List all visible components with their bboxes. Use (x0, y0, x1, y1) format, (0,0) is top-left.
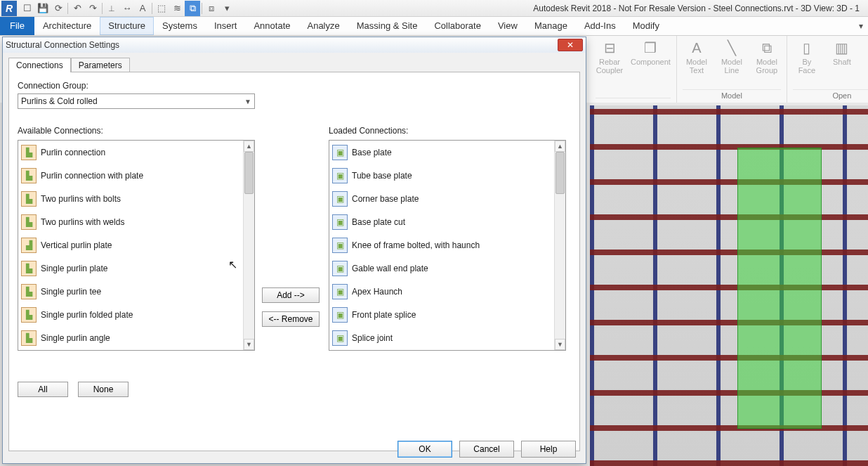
list-item[interactable]: ▙Single purlin tee (18, 280, 243, 303)
menu-insert[interactable]: Insert (206, 17, 246, 35)
connection-group-combo[interactable]: Purlins & Cold rolled ▼ (18, 93, 255, 109)
cancel-button[interactable]: Cancel (459, 441, 514, 458)
app-logo[interactable]: R (1, 1, 17, 16)
ribbon-model-line[interactable]: ╲ Model Line (718, 39, 746, 75)
rebar-coupler-icon: ⊟ (600, 39, 619, 57)
select-buttons: All None (18, 382, 129, 397)
list-item[interactable]: ▣Splice joint (329, 326, 554, 349)
list-item[interactable]: ▣Corner base plate (329, 187, 554, 210)
redo-icon[interactable]: ↷ (85, 1, 100, 16)
ribbon-by-face[interactable]: ▯ By Face (793, 39, 821, 75)
dialog-buttons: OK Cancel Help (397, 441, 576, 458)
menu-collaborate[interactable]: Collaborate (426, 17, 489, 35)
menu-structure[interactable]: Structure (100, 17, 154, 35)
shaft-icon: ▥ (833, 39, 851, 57)
connection-icon: ▙ (21, 145, 37, 160)
chevron-down-icon: ▼ (244, 98, 251, 105)
text-icon[interactable]: A (135, 1, 150, 16)
undo-icon[interactable]: ↶ (70, 1, 85, 16)
connection-icon: ▣ (332, 261, 348, 276)
main-menu: File Architecture Structure Systems Inse… (0, 17, 868, 36)
list-item[interactable]: ▙Purlin connection with plate (18, 164, 243, 187)
ribbon-panel-model: A Model Text ╲ Model Line ⧉ Model Group … (677, 36, 787, 103)
measure-icon[interactable]: ⟂ (104, 1, 119, 16)
model-line-icon: ╲ (723, 39, 741, 57)
3d-view[interactable] (590, 105, 868, 466)
list-item[interactable]: ▣Base plate cut (329, 210, 554, 233)
thin-lines-icon[interactable]: ≋ (169, 1, 185, 16)
ok-button[interactable]: OK (397, 441, 452, 458)
list-item[interactable]: ▣Apex Haunch (329, 280, 554, 303)
dimension-icon[interactable]: ↔ (119, 1, 135, 16)
dialog-titlebar[interactable]: Structural Connection Settings ✕ (3, 37, 586, 53)
scrollbar[interactable]: ▲ ▼ (554, 141, 565, 350)
loaded-connections-list[interactable]: ▣Base plate ▣Tube base plate ▣Corner bas… (329, 140, 566, 351)
available-connections-list[interactable]: ▙Purlin connection ▙Purlin connection wi… (18, 140, 255, 351)
none-button[interactable]: None (78, 382, 129, 397)
ribbon-rebar-coupler[interactable]: ⊟ Rebar Coupler (596, 39, 624, 75)
section-icon[interactable]: ⬚ (154, 1, 169, 16)
scrollbar[interactable]: ▲ ▼ (243, 141, 254, 350)
switch-windows-icon[interactable]: ⧈ (204, 1, 219, 16)
scroll-up-icon[interactable]: ▲ (555, 141, 565, 152)
dialog-tabs: Connections Parameters (3, 53, 586, 72)
list-item[interactable]: ▙Single purlin plate (18, 257, 243, 280)
all-button[interactable]: All (18, 382, 68, 397)
list-item[interactable]: ▙Single purlin angle (18, 326, 243, 349)
ribbon-wall[interactable]: ▤ Wall (863, 39, 868, 75)
connection-icon: ▙ (21, 191, 37, 207)
transfer-buttons: Add --> <-- Remove (262, 287, 320, 327)
list-item[interactable]: ▣Knee of frame bolted, with haunch (329, 233, 554, 257)
menu-modify[interactable]: Modify (624, 17, 668, 35)
connection-icon: ▣ (332, 145, 348, 160)
list-item[interactable]: ▙Purlin connection (18, 141, 243, 164)
add-button[interactable]: Add --> (262, 287, 320, 303)
menu-analyze[interactable]: Analyze (298, 17, 348, 35)
sync-icon[interactable]: ⟳ (51, 1, 66, 16)
close-hidden-icon[interactable]: ⧉ (185, 1, 200, 16)
menu-massing-site[interactable]: Massing & Site (348, 17, 426, 35)
file-menu[interactable]: File (0, 17, 34, 35)
model-group-icon: ⧉ (758, 39, 776, 57)
connection-icon: ▣ (332, 214, 348, 230)
list-item[interactable]: ▣Tube base plate (329, 164, 554, 187)
ribbon-panel-component: ⊟ Rebar Coupler ❒ Component (590, 36, 677, 103)
list-item[interactable]: ▙Two purlins with welds (18, 210, 243, 233)
scroll-thumb[interactable] (555, 152, 565, 194)
scroll-thumb[interactable] (244, 152, 254, 194)
connection-group-value: Purlins & Cold rolled (21, 96, 98, 106)
list-item[interactable]: ▣Base plate (329, 141, 554, 164)
ribbon-model-group[interactable]: ⧉ Model Group (753, 39, 781, 75)
list-item[interactable]: ▙Two purlins with bolts (18, 187, 243, 210)
remove-button[interactable]: <-- Remove (262, 311, 320, 327)
menu-manage[interactable]: Manage (526, 17, 576, 35)
ribbon-shaft[interactable]: ▥ Shaft (828, 39, 856, 75)
connection-icon: ▣ (332, 191, 348, 207)
connection-icon: ▙ (21, 214, 37, 230)
menu-addins[interactable]: Add-Ins (576, 17, 624, 35)
ribbon-expand-icon[interactable]: ▾ (854, 17, 868, 35)
save-icon[interactable]: 💾 (35, 1, 51, 16)
dropdown-icon[interactable]: ▾ (219, 1, 235, 16)
scroll-up-icon[interactable]: ▲ (244, 141, 254, 152)
list-item[interactable]: ▟Vertical purlin plate (18, 233, 243, 257)
list-item[interactable]: ▣Gable wall end plate (329, 257, 554, 280)
help-button[interactable]: Help (521, 441, 576, 458)
component-icon: ❒ (641, 39, 659, 57)
scroll-down-icon[interactable]: ▼ (244, 339, 254, 350)
close-icon[interactable]: ✕ (558, 39, 583, 51)
menu-annotate[interactable]: Annotate (245, 17, 298, 35)
open-icon[interactable]: ☐ (20, 1, 35, 16)
ribbon-model-text[interactable]: A Model Text (683, 39, 711, 75)
tab-parameters[interactable]: Parameters (71, 58, 130, 72)
menu-view[interactable]: View (489, 17, 526, 35)
connection-icon: ▟ (21, 238, 37, 253)
menu-architecture[interactable]: Architecture (34, 17, 100, 35)
scroll-down-icon[interactable]: ▼ (555, 339, 565, 350)
connection-icon: ▣ (332, 238, 348, 253)
ribbon-component[interactable]: ❒ Component (631, 39, 671, 75)
list-item[interactable]: ▣Front plate splice (329, 303, 554, 326)
tab-connections[interactable]: Connections (8, 58, 71, 72)
menu-systems[interactable]: Systems (154, 17, 206, 35)
list-item[interactable]: ▙Single purlin folded plate (18, 303, 243, 326)
